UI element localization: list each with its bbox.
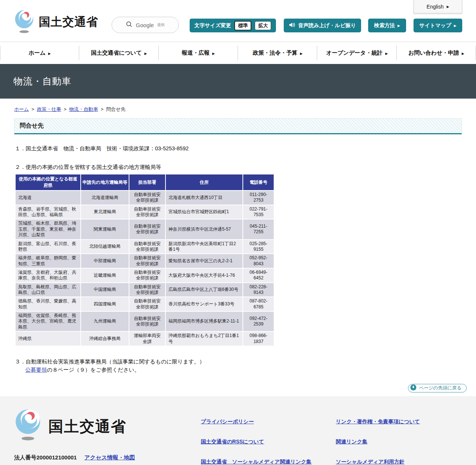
table-cell: 自動車技術安全部技術課 — [129, 312, 165, 331]
search-method-label: 検索方法 — [374, 22, 395, 29]
table-cell: 沖縄総合事務局 — [81, 332, 129, 346]
mlit-logo[interactable]: 国土交通省 — [13, 9, 98, 35]
table-cell: 香川県高松市サンポート3番33号 — [166, 297, 242, 311]
brand-title: 国土交通省 — [39, 14, 98, 30]
table-row: 北海道北海道運輸局自動車技術安全部技術課北海道札幌市大通西10丁目011-290… — [16, 191, 274, 205]
chevron-right-icon: ▶ — [454, 24, 457, 28]
back-to-top-button[interactable]: ページの先頭に戻る — [408, 384, 467, 392]
nav-item-opendata[interactable]: オープンデータ・統計 ▶ — [317, 42, 396, 64]
breadcrumb-current: 問合せ先 — [106, 106, 125, 112]
table-cell: 新潟県、富山県、石川県、長野県 — [16, 240, 80, 254]
table-cell: 広島県広島市中区上八丁堀6番30号 — [166, 283, 242, 297]
copyright-disclaimer-link[interactable]: リンク・著作権・免責事項について — [336, 418, 420, 425]
contact-table-body: 北海道北海道運輸局自動車技術安全部技術課北海道札幌市大通西10丁目011-290… — [16, 191, 274, 346]
sitemap-button[interactable]: サイトマップ ▶ — [414, 19, 462, 32]
search-input[interactable]: Google 提供 — [112, 17, 179, 33]
footer-mlit-logo: 国土交通省 — [13, 408, 126, 442]
table-cell: 沖縄県那覇市おもろまち2丁目1番1号 — [166, 332, 242, 346]
table-cell: 自動車技術安全部技術課 — [129, 297, 165, 311]
chevron-right-icon: ▶ — [48, 52, 51, 55]
mlit-logo-icon — [13, 9, 35, 35]
tts-button[interactable]: 音声読み上げ・ルビ振り — [284, 19, 361, 32]
breadcrumb-home[interactable]: ホーム — [14, 106, 29, 112]
table-cell: 北海道 — [16, 191, 80, 205]
search-provider-label: Google — [136, 22, 154, 28]
footer-corporate-number: 法人番号2000012100001 アクセス情報・地図 — [14, 454, 135, 461]
table-header-bureau: 申請先の地方運輸局等 — [81, 174, 129, 190]
contact-table: 使用の本拠の位置となる都道府県 申請先の地方運輸局等 担当部署 住所 電話番号 … — [15, 174, 274, 346]
social-media-links-link[interactable]: 国土交通省 ソーシャルメディア関連リンク集 — [201, 459, 312, 465]
nav-item-policy[interactable]: 政策・法令・予算 ▶ — [238, 42, 317, 64]
breadcrumb-separator: > — [32, 106, 35, 112]
nav-label: 国土交通省について — [91, 49, 142, 57]
contact-item-3-line2-rest: の８ページ（９）をご参照ください。 — [47, 367, 140, 373]
table-cell: 092-472-2539 — [243, 312, 274, 331]
table-cell: 福井県、岐阜県、静岡県、愛知県、三重県 — [16, 254, 80, 268]
table-cell: 自動車技術安全部技術課 — [129, 254, 165, 268]
table-cell: 自動車技術安全部技術課 — [129, 219, 165, 239]
table-cell: 082-228-9143 — [243, 283, 274, 297]
table-header-prefectures: 使用の本拠の位置となる都道府県 — [16, 174, 80, 190]
site-header: 国土交通省 Google 提供 文字サイズ変更 標準 拡大 音声読み上げ・ルビ振… — [0, 0, 476, 42]
table-cell: 東北運輸局 — [81, 205, 129, 219]
page-title: 物流・自動車 — [13, 75, 71, 87]
table-cell: 北海道札幌市大通西10丁目 — [166, 191, 242, 205]
font-size-large-button[interactable]: 拡大 — [255, 21, 271, 30]
global-nav: ホーム ▶ 国土交通省について ▶ 報道・広報 ▶ 政策・法令・予算 ▶ オープ… — [0, 42, 476, 64]
table-cell: 青森県、岩手県、宮城県、秋田県、山形県、福島県 — [16, 205, 80, 219]
font-size-standard-button[interactable]: 標準 — [234, 21, 251, 31]
table-cell: 045-211-7255 — [243, 219, 274, 239]
table-cell: 自動車技術安全部技術課 — [129, 240, 165, 254]
font-size-label: 文字サイズ変更 — [194, 22, 231, 29]
table-row: 沖縄県沖縄総合事務局運輸部車両安全課沖縄県那覇市おもろまち2丁目1番1号098-… — [16, 332, 274, 346]
breadcrumb-policy[interactable]: 政策・仕事 — [37, 106, 61, 112]
table-cell: 運輸部車両安全課 — [129, 332, 165, 346]
table-cell: 福岡県、佐賀県、長崎県、熊本県、大分県、宮崎県、鹿児島県 — [16, 312, 80, 331]
application-guidelines-link[interactable]: 公募要領 — [25, 367, 47, 373]
breadcrumb-logistics[interactable]: 物流・自動車 — [69, 106, 98, 112]
table-row: 鳥取県、島根県、岡山県、広島県、山口県中国運輸局自動車技術安全部技術課広島県広島… — [16, 283, 274, 297]
table-cell: 九州運輸局 — [81, 312, 129, 331]
arrow-up-icon — [410, 384, 416, 392]
back-to-top-label: ページの先頭に戻る — [419, 385, 461, 391]
table-row: 徳島県、香川県、愛媛県、高知県四国運輸局自動車技術安全部技術課香川県高松市サンポ… — [16, 297, 274, 311]
table-cell: 自動車技術安全部技術課 — [129, 283, 165, 297]
table-row: 滋賀県、京都府、大阪府、兵庫県、奈良県、和歌山県近畿運輸局自動車技術安全部技術課… — [16, 269, 274, 282]
tts-button-label: 音声読み上げ・ルビ振り — [298, 22, 356, 29]
table-cell: 神奈川県横浜市中区北仲通5-57 — [166, 219, 242, 239]
table-cell: 近畿運輸局 — [81, 269, 129, 282]
nav-item-contact[interactable]: お問い合わせ・申請 ▶ — [397, 42, 476, 64]
nav-item-about[interactable]: 国土交通省について ▶ — [79, 42, 158, 64]
contact-item-3-line2: 公募要領の８ページ（９）をご参照ください。 — [25, 367, 140, 373]
main-content: ホーム>政策・仕事>物流・自動車>問合せ先 問合せ先 １．国土交通本省 物流・自… — [0, 106, 476, 374]
social-media-policy-link[interactable]: ソーシャルメディア利用方針 — [336, 459, 420, 465]
access-info-link[interactable]: アクセス情報・地図 — [84, 454, 135, 461]
related-links-link[interactable]: 関連リンク集 — [336, 439, 420, 445]
nav-item-home[interactable]: ホーム ▶ — [0, 42, 79, 64]
privacy-policy-link[interactable]: プライバシーポリシー — [201, 418, 312, 425]
section-heading: 問合せ先 — [14, 118, 462, 134]
chevron-right-icon: ▶ — [447, 5, 449, 9]
chevron-right-icon: ▶ — [462, 52, 464, 55]
contact-item-3: ３．自動運転社会実装推進事業事務局（当該事業に関するものに限ります。） 公募要領… — [15, 357, 462, 374]
rss-link[interactable]: 国土交通省のRSSについて — [201, 439, 312, 445]
search-method-button[interactable]: 検索方法 ▶ — [368, 19, 406, 32]
table-cell: 中部運輸局 — [81, 254, 129, 268]
nav-item-press[interactable]: 報道・広報 ▶ — [159, 42, 238, 64]
nav-label: 政策・法令・予算 — [253, 49, 298, 57]
breadcrumb-separator: > — [64, 106, 67, 112]
table-header-department: 担当部署 — [129, 174, 165, 190]
table-header-address: 住所 — [166, 174, 242, 190]
table-row: 福岡県、佐賀県、長崎県、熊本県、大分県、宮崎県、鹿児島県九州運輸局自動車技術安全… — [16, 312, 274, 331]
speaker-icon — [289, 22, 295, 29]
chevron-right-icon: ▶ — [212, 52, 215, 55]
table-cell: 自動車技術安全部技術課 — [129, 269, 165, 282]
table-cell: 011-290-2753 — [243, 191, 274, 205]
table-cell: 自動車技術安全部技術課 — [129, 205, 165, 219]
breadcrumb-separator: > — [101, 106, 104, 112]
english-button[interactable]: English ▶ — [414, 0, 462, 13]
sitemap-label: サイトマップ — [419, 22, 451, 29]
table-header-phone: 電話番号 — [243, 174, 274, 190]
footer-brand-title: 国土交通省 — [48, 416, 126, 437]
table-cell: 大阪府大阪市中央区大手前4-1-76 — [166, 269, 242, 282]
